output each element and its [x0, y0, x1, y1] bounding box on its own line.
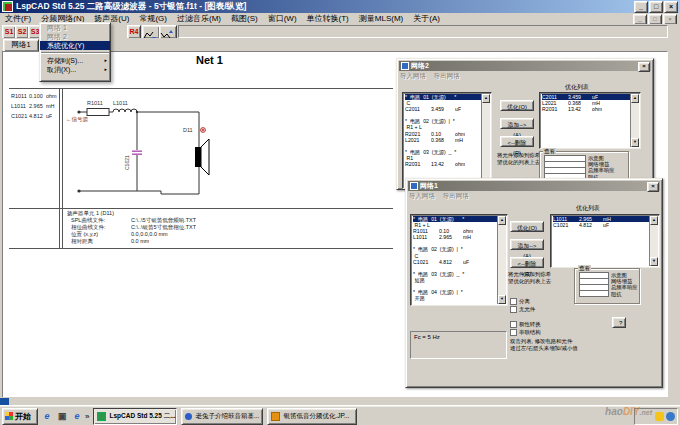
component-value-list: R10110.100ohmL10112.965mHC10214.812uF — [11, 91, 59, 121]
list-item[interactable]: C10214.812uF — [553, 222, 649, 228]
cell: 2.965 — [29, 101, 46, 111]
circuit-listbox[interactable]: * 电路 01 (无源) * CC20113.459uF * 电路 02 (无源… — [402, 92, 492, 189]
graph-icon-2[interactable] — [159, 25, 177, 39]
circuit-listbox[interactable]: * 电路 01 (无源) * R1 + LR10110.10ohmL10112.… — [410, 214, 508, 306]
cell: ohm — [592, 106, 602, 112]
ie-quick-launch-icon[interactable]: e — [41, 410, 53, 422]
menu-separator — [41, 52, 109, 54]
close-button[interactable]: × — [664, 1, 678, 13]
close-icon[interactable]: × — [647, 182, 659, 192]
import-network-menu[interactable]: 导入网络 — [409, 192, 435, 199]
cell: SPL曲线文件: — [71, 217, 131, 224]
dialog-title-bar[interactable]: 网络1 × — [408, 181, 660, 191]
menu-general[interactable]: 常规(G) — [134, 13, 172, 24]
scroll-up-icon[interactable]: ▲ — [482, 94, 490, 103]
menu-filter-music[interactable]: 过滤音乐(M) — [172, 13, 226, 24]
invert-polarity-checkbox[interactable]: 极性转换 — [510, 321, 541, 328]
show-desktop-icon[interactable]: ▣ — [56, 410, 68, 422]
series-structure-checkbox[interactable]: 串联结构 — [510, 329, 541, 336]
help-button[interactable]: ? — [612, 317, 626, 328]
graph-icon-1[interactable] — [142, 25, 160, 39]
scroll-up-icon[interactable]: ▲ — [650, 216, 658, 225]
menu-snapshot[interactable]: 截图(S) — [226, 13, 263, 24]
menu-measure-mls[interactable]: 测量MLS(M) — [354, 13, 408, 24]
submenu-arrow-icon: ▸ — [104, 56, 107, 65]
cell: 开路 — [413, 295, 497, 301]
scrollbar[interactable]: ▲ ▼ — [649, 216, 658, 266]
cell: 13.42 — [431, 161, 455, 167]
start-button[interactable]: 开始 — [2, 408, 38, 425]
scroll-down-icon[interactable]: ▼ — [650, 257, 658, 266]
app-icon — [2, 1, 13, 12]
list-item[interactable]: R203113.42ohm — [405, 161, 481, 167]
title-bar: LspCAD Std 5.25 二路高级滤波器 - 5寸银笛.f1t - [图表… — [0, 0, 680, 13]
add-button[interactable]: 添加-->(A) — [500, 118, 534, 129]
tray-icon-2[interactable] — [666, 412, 675, 421]
menu-unit-convert[interactable]: 单位转换(T) — [302, 13, 354, 24]
add-button[interactable]: 添加-->(A) — [510, 239, 544, 250]
checkbox[interactable] — [510, 321, 517, 328]
scroll-down-icon[interactable]: ▼ — [631, 138, 639, 147]
cell: 13.42 — [568, 106, 592, 112]
cell: 0.0 mm — [131, 238, 149, 245]
network-2-dialog: 网络2 × 导入网络 导出网络 优化列表 * 电路 01 (无源) * CC20… — [396, 58, 654, 190]
scroll-up-icon[interactable]: ▲ — [498, 216, 506, 225]
window-bottom-edge — [0, 397, 680, 405]
scrollbar[interactable]: ▲ ▼ — [630, 94, 639, 147]
optimize-listbox[interactable]: L10112.965mHC10214.812uF ▲ ▼ — [550, 214, 660, 268]
menu-item-network-2[interactable]: 网络 2 — [40, 32, 110, 41]
cell: R2031 — [405, 161, 431, 167]
optimize-button[interactable]: 优化(O) — [500, 100, 534, 111]
list-item[interactable]: 阻抗 — [579, 291, 639, 297]
task-image-viewer[interactable]: 银笛低音分频优化.JP... — [267, 408, 357, 425]
remove-button[interactable]: <--删除(R) — [510, 257, 544, 268]
cell: uF — [46, 111, 52, 121]
export-network-menu[interactable]: 导出网络 — [443, 192, 469, 199]
toolbar-r4-button[interactable]: R4 — [127, 25, 141, 39]
cell: C:\..\银笛5寸低音相位.TXT — [131, 224, 196, 231]
network-1-dialog: 网络1 × 导入网络 导出网络 优化列表 * 电路 01 (无源) * R1 +… — [405, 178, 663, 388]
export-network-menu[interactable]: 导出网络 — [434, 72, 460, 79]
speaker-icon — [195, 139, 209, 175]
list-item: SPL曲线文件:C:\..\5寸银笛低音频响.TXT — [71, 217, 267, 224]
menu-about[interactable]: 关于(A) — [408, 13, 445, 24]
cell: C1021 — [11, 111, 29, 121]
tray-icon-1[interactable] — [655, 412, 664, 421]
scroll-up-icon[interactable]: ▲ — [631, 94, 639, 103]
list-item[interactable]: R203113.42ohm — [542, 106, 630, 112]
cell: L1011 — [11, 101, 29, 111]
menu-item-cancel[interactable]: 取消(X)... ▸ — [40, 65, 110, 74]
menu-item-system-optimize[interactable]: 系统优化(Y) — [40, 41, 110, 50]
split-checkbox[interactable]: 分离 — [510, 298, 530, 305]
media-player-icon[interactable]: e — [71, 410, 83, 422]
list-item[interactable]: 开路 — [413, 295, 497, 301]
toolbar-s1-button[interactable]: S1 — [2, 25, 16, 39]
import-network-menu[interactable]: 导入网络 — [400, 72, 426, 79]
optimize-listbox[interactable]: C20113.459uFL20210.368mHR203113.42ohm ▲ … — [539, 92, 641, 149]
dialog-icon — [410, 182, 418, 190]
task-lspcad[interactable]: LspCAD Std 5.25 二... — [93, 408, 177, 425]
checkbox[interactable] — [510, 329, 517, 336]
dialog-title-bar[interactable]: 网络2 × — [399, 61, 651, 71]
checkbox[interactable] — [510, 298, 517, 305]
net-title: Net 1 — [196, 54, 223, 66]
scrollbar[interactable]: ▲ ▼ — [497, 216, 506, 304]
remove-button[interactable]: <--删除(R) — [500, 136, 534, 147]
menu-file[interactable]: 文件(F) — [0, 13, 36, 24]
cell: 4.812 — [29, 111, 46, 121]
menu-window[interactable]: 窗口(W) — [263, 13, 302, 24]
minimize-button[interactable]: _ — [634, 1, 648, 13]
checkbox[interactable] — [579, 291, 609, 297]
menu-item-network-1[interactable]: 网络 1 — [40, 23, 110, 32]
close-icon[interactable]: × — [638, 62, 650, 72]
task-browser[interactable]: 老兔子介绍鼓音箱基... — [181, 408, 263, 425]
toolbar-s2-button[interactable]: S2 — [15, 25, 29, 39]
scrollbar[interactable]: ▲ ▼ — [481, 94, 490, 187]
maximize-button[interactable]: □ — [649, 1, 663, 13]
no-component-checkbox[interactable]: 无元件 — [510, 306, 535, 313]
quick-launch-more-icon[interactable]: » — [85, 412, 89, 421]
menu-item-store-to[interactable]: 存储到(S)... ▸ — [40, 56, 110, 65]
optimize-button[interactable]: 优化(O) — [510, 221, 544, 232]
scroll-down-icon[interactable]: ▼ — [498, 295, 506, 304]
checkbox[interactable] — [510, 306, 517, 313]
